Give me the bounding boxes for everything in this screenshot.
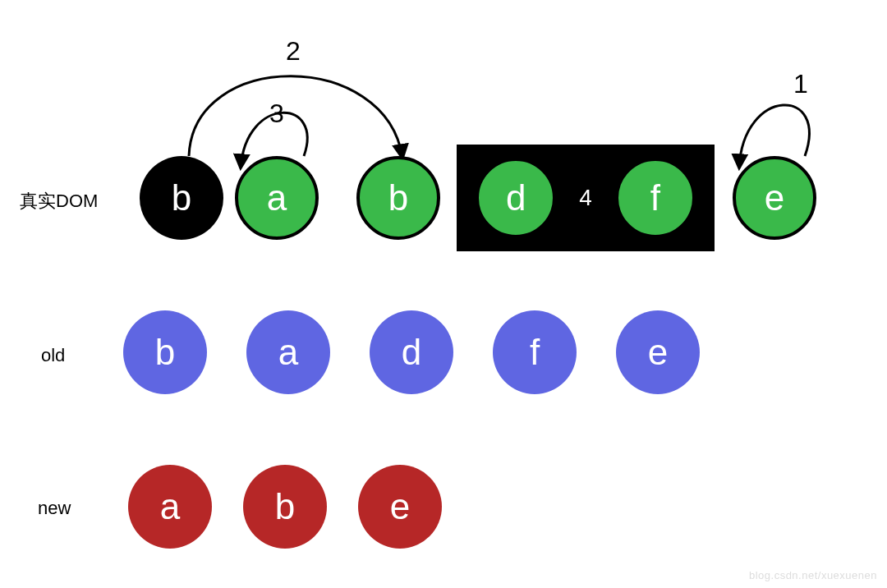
watermark: blog.csdn.net/xuexuenen (749, 569, 877, 581)
node-old-f: f (493, 310, 577, 394)
node-real-d: d (476, 158, 556, 238)
node-real-b-green: b (356, 156, 440, 240)
black-group-box: d 4 f (457, 145, 715, 251)
annotation-2: 2 (286, 36, 301, 67)
node-new-b: b (243, 465, 327, 549)
label-real-dom: 真实DOM (20, 189, 98, 214)
node-new-e: e (358, 465, 442, 549)
node-real-b-black: b (140, 156, 223, 240)
label-old: old (41, 345, 65, 366)
annotation-3: 3 (269, 99, 284, 129)
node-old-d: d (370, 310, 453, 394)
node-real-f: f (615, 158, 696, 238)
label-new: new (38, 498, 71, 519)
node-old-b: b (123, 310, 207, 394)
black-box-center-text: 4 (579, 185, 592, 211)
node-old-e: e (616, 310, 700, 394)
annotation-1: 1 (793, 69, 808, 99)
node-real-e: e (733, 156, 816, 240)
node-new-a: a (128, 465, 212, 549)
node-real-a: a (235, 156, 319, 240)
arrow-2 (189, 76, 402, 158)
node-old-a: a (246, 310, 330, 394)
